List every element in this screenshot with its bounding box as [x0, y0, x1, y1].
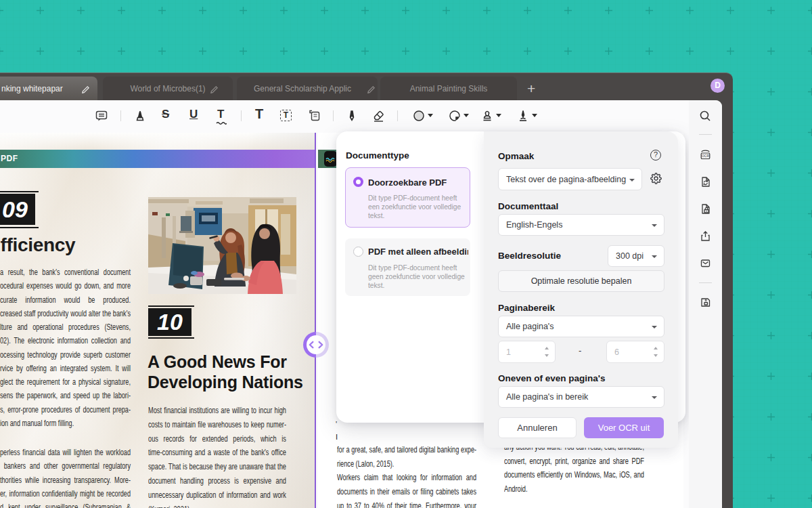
- svg-text:OCR: OCR: [702, 154, 709, 158]
